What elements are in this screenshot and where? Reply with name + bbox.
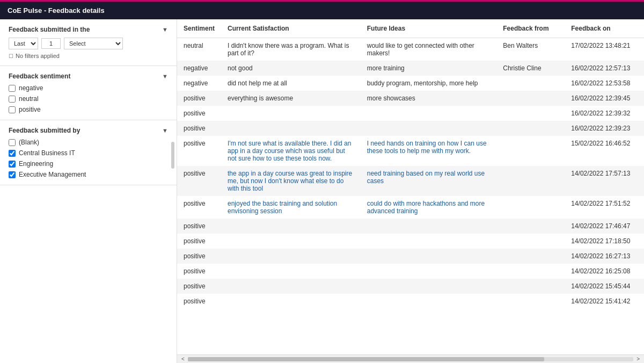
sentiment-neutral-item[interactable]: neutral (9, 95, 168, 103)
no-filters-text: No filters applied (16, 53, 60, 59)
submitted-by-blank-checkbox[interactable] (9, 139, 16, 146)
cell-satisfaction (221, 121, 361, 136)
cell-satisfaction: not good (221, 61, 361, 76)
cell-on: 15/02/2022 16:46:52 (565, 136, 644, 166)
cell-future (361, 294, 497, 309)
submitted-by-exec-checkbox[interactable] (9, 171, 16, 178)
submitted-by-eng-checkbox[interactable] (9, 161, 16, 168)
cell-on: 16/02/2022 12:39:32 (565, 106, 644, 121)
col-header-satisfaction: Current Satisfaction (221, 19, 361, 38)
last-select[interactable]: Last (9, 38, 38, 49)
date-filter-chevron: ▼ (162, 26, 168, 33)
cell-satisfaction: I didn't know there was a program. What … (221, 38, 361, 61)
cell-from (496, 106, 565, 121)
cell-from (496, 294, 565, 309)
table-row: negativenot goodmore trainingChristie Cl… (177, 61, 644, 76)
table-row: positive14/02/2022 17:18:50 (177, 234, 644, 249)
cell-on: 14/02/2022 17:18:50 (565, 234, 644, 249)
cell-future: would like to get connected with other m… (361, 38, 497, 61)
submitted-by-cbi-item[interactable]: Central Business IT (9, 149, 168, 157)
scroll-right-arrow[interactable]: > (634, 356, 642, 362)
table-row: positive14/02/2022 15:45:44 (177, 279, 644, 294)
cell-sentiment: positive (177, 294, 221, 309)
col-header-on: Feedback on (565, 19, 644, 38)
cell-from (496, 234, 565, 249)
table-row: positivethe app in a day course was grea… (177, 166, 644, 196)
cell-sentiment: negative (177, 61, 221, 76)
cell-on: 14/02/2022 17:46:47 (565, 219, 644, 234)
cell-from (496, 279, 565, 294)
col-header-sentiment: Sentiment (177, 19, 221, 38)
cell-future: more showcases (361, 91, 497, 106)
sentiment-negative-checkbox[interactable] (9, 85, 16, 92)
table-row: positiveeverything is awesomemore showca… (177, 91, 644, 106)
cell-from (496, 196, 565, 219)
scroll-track[interactable] (188, 357, 633, 361)
cell-from (496, 249, 565, 264)
sidebar-scrollbar (171, 142, 174, 169)
cell-satisfaction: everything is awesome (221, 91, 361, 106)
cell-from (496, 121, 565, 136)
scroll-thumb (188, 357, 544, 361)
num-input[interactable] (41, 38, 61, 49)
cell-sentiment: positive (177, 166, 221, 196)
cell-on: 16/02/2022 12:53:58 (565, 76, 644, 91)
cell-on: 14/02/2022 17:51:52 (565, 196, 644, 219)
cell-future: could do with more hackathons and more a… (361, 196, 497, 219)
cell-satisfaction (221, 264, 361, 279)
cell-sentiment: positive (177, 196, 221, 219)
sentiment-filter-header[interactable]: Feedback sentiment ▼ (9, 72, 168, 80)
submitted-by-eng-label: Engineering (19, 160, 53, 168)
sentiment-positive-item[interactable]: positive (9, 106, 168, 113)
cell-future: buddy program, mentorship, more help (361, 76, 497, 91)
sentiment-positive-checkbox[interactable] (9, 106, 16, 113)
cell-future: I need hands on training on how I can us… (361, 136, 497, 166)
sentiment-negative-item[interactable]: negative (9, 84, 168, 92)
sentiment-filter-label: Feedback sentiment (9, 72, 70, 80)
scroll-left-arrow[interactable]: < (179, 356, 187, 362)
data-table: Sentiment Current Satisfaction Future Id… (177, 19, 644, 309)
submitted-by-filter-header[interactable]: Feedback submitted by ▼ (9, 127, 168, 134)
sentiment-negative-label: negative (19, 84, 43, 92)
table-row: positive14/02/2022 15:41:42 (177, 294, 644, 309)
cell-sentiment: positive (177, 136, 221, 166)
cell-satisfaction: did not help me at all (221, 76, 361, 91)
submitted-by-exec-label: Executive Management (19, 171, 86, 178)
cell-on: 14/02/2022 15:41:42 (565, 294, 644, 309)
cell-from (496, 91, 565, 106)
cell-satisfaction: enjoyed the basic training and solution … (221, 196, 361, 219)
cell-on: 14/02/2022 16:27:13 (565, 249, 644, 264)
submitted-by-blank-item[interactable]: (Blank) (9, 139, 168, 146)
horizontal-scrollbar[interactable]: < > (177, 354, 644, 363)
cell-on: 14/02/2022 15:45:44 (565, 279, 644, 294)
cell-future (361, 279, 497, 294)
cell-satisfaction: the app in a day course was great to ins… (221, 166, 361, 196)
date-filter-header[interactable]: Feedback submitted in the ▼ (9, 26, 168, 33)
cell-future: need training based on my real world use… (361, 166, 497, 196)
sentiment-neutral-label: neutral (19, 95, 39, 103)
cell-on: 14/02/2022 17:57:13 (565, 166, 644, 196)
cell-sentiment: positive (177, 264, 221, 279)
submitted-by-exec-item[interactable]: Executive Management (9, 171, 168, 178)
cell-from (496, 166, 565, 196)
sentiment-filter-chevron: ▼ (162, 73, 168, 79)
cell-on: 17/02/2022 13:48:21 (565, 38, 644, 61)
table-row: positive16/02/2022 12:39:32 (177, 106, 644, 121)
table-row: positiveenjoyed the basic training and s… (177, 196, 644, 219)
submitted-by-eng-item[interactable]: Engineering (9, 160, 168, 168)
cell-satisfaction (221, 249, 361, 264)
cell-satisfaction (221, 219, 361, 234)
table-row: positive14/02/2022 16:25:08 (177, 264, 644, 279)
sidebar: Feedback submitted in the ▼ Last Select … (0, 19, 177, 363)
filter-icon: ☐ (9, 53, 13, 59)
submitted-by-blank-label: (Blank) (19, 139, 39, 146)
sentiment-neutral-checkbox[interactable] (9, 96, 16, 103)
table-row: positive14/02/2022 16:27:13 (177, 249, 644, 264)
content-area: Sentiment Current Satisfaction Future Id… (177, 19, 644, 363)
table-row: positive16/02/2022 12:39:23 (177, 121, 644, 136)
submitted-by-cbi-checkbox[interactable] (9, 150, 16, 157)
cell-sentiment: positive (177, 249, 221, 264)
submitted-by-filter-label: Feedback submitted by (9, 127, 80, 134)
table-container[interactable]: Sentiment Current Satisfaction Future Id… (177, 19, 644, 354)
period-select[interactable]: Select (64, 38, 123, 49)
